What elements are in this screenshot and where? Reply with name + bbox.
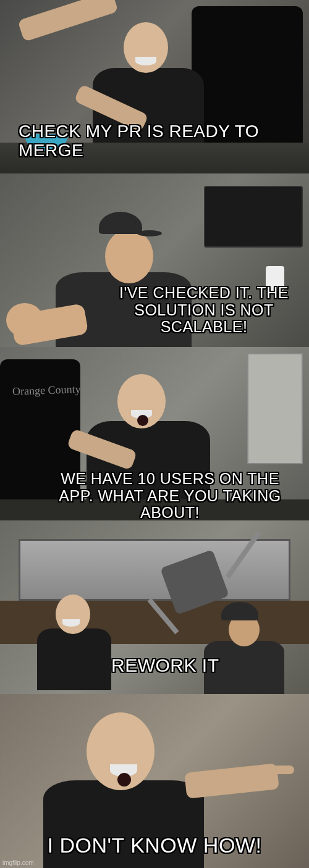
person-arm-pointing [184,763,279,798]
meme-panel-4: REWORK IT [0,520,309,694]
chair-text: Orange County [12,383,81,398]
mustache-icon [135,57,156,65]
panel-5-caption: I DON'T KNOW HOW! [19,834,290,857]
thrown-chair [148,520,247,632]
microwave [204,186,303,248]
panel-1-caption: CHECK MY PR IS READY TO MERGE [19,122,303,161]
door-frame [247,353,303,464]
pointing-finger [272,766,294,774]
meme-panel-1: CHECK MY PR IS READY TO MERGE [0,0,309,173]
meme-panel-2: I'VE CHECKED IT. THE SOLUTION IS NOT SCA… [0,173,309,347]
cap-icon [99,212,142,234]
watermark: imgflip.com [2,859,34,866]
chair-seat [160,549,229,615]
open-mouth [137,415,148,426]
person-arm-raised [17,0,118,42]
person-head [105,229,153,283]
person-torso [37,628,111,690]
mustache-icon [62,619,80,627]
panel-2-caption: I'VE CHECKED IT. THE SOLUTION IS NOT SCA… [105,285,303,336]
panel-3-caption: WE HAVE 10 USERS ON THE APP. WHAT ARE YO… [49,470,290,520]
open-mouth [117,773,131,787]
panel-4-caption: REWORK IT [111,655,297,675]
cap-brim [137,230,162,236]
fist [6,303,43,337]
meme-panel-5: I DON'T KNOW HOW! imgflip.com [0,694,309,868]
person-head [56,595,90,634]
meme-panel-3: Orange County WE HAVE 10 USERS ON THE AP… [0,347,309,520]
